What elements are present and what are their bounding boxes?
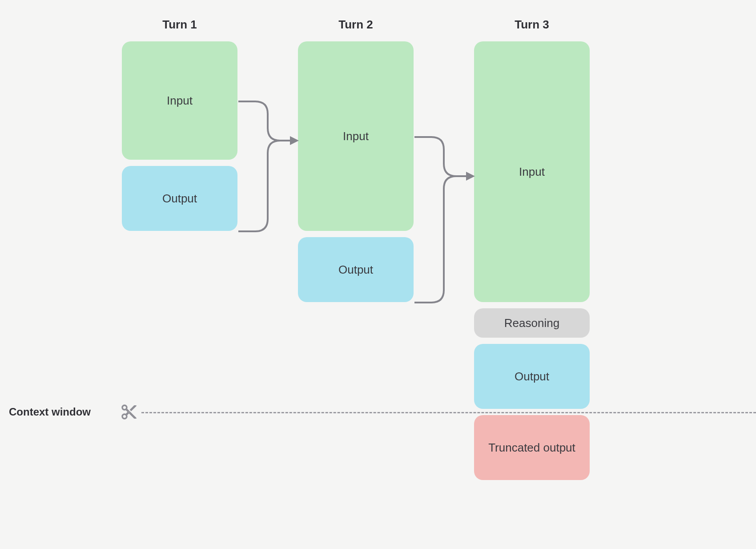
column-header-turn3: Turn 3 — [515, 18, 549, 32]
arrow-turn2-to-turn3 — [414, 133, 476, 307]
turn2-output-block: Output — [298, 237, 414, 302]
svg-marker-0 — [290, 136, 299, 145]
column-header-turn2: Turn 2 — [338, 18, 373, 32]
turn3-truncated-block: Truncated output — [474, 415, 590, 480]
turn1-input-block: Input — [122, 41, 237, 160]
turn3-reasoning-block: Reasoning — [474, 308, 590, 338]
turn3-output-block: Output — [474, 344, 590, 409]
arrow-turn1-to-turn2 — [237, 98, 300, 236]
column-header-turn1: Turn 1 — [162, 18, 197, 32]
svg-marker-1 — [466, 172, 475, 181]
scissors-icon — [120, 403, 138, 421]
turn2-input-block: Input — [298, 41, 414, 231]
diagram-canvas: Turn 1 Turn 2 Turn 3 Input Output Input … — [0, 0, 756, 549]
context-window-label: Context window — [9, 406, 91, 418]
turn3-input-block: Input — [474, 41, 590, 302]
context-window-cut-line — [141, 412, 756, 413]
turn1-output-block: Output — [122, 166, 237, 231]
